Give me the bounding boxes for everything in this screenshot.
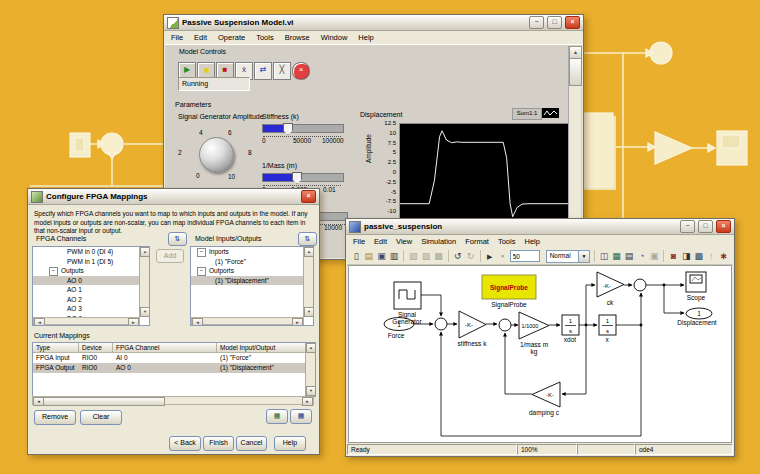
tree-item-outports[interactable]: −Outports	[191, 266, 313, 276]
close-button[interactable]: ×	[716, 220, 731, 233]
abort-icon[interactable]: ×	[292, 62, 310, 80]
new-icon[interactable]: ▯	[351, 250, 362, 263]
remove-button[interactable]: Remove	[34, 410, 76, 425]
tree-item[interactable]: PWM in 1 (DI 5)	[33, 257, 149, 267]
scroll-down-icon[interactable]: ▼	[140, 307, 150, 317]
menu-edit[interactable]: Edit	[374, 237, 387, 246]
external-mode-icon[interactable]: ▩	[693, 250, 704, 263]
labview-titlebar[interactable]: Passive Suspension Model.vi − □ ×	[164, 15, 583, 31]
tree-hscrollbar[interactable]: ◄ ►	[191, 317, 304, 325]
dialog-titlebar[interactable]: Configure FPGA Mappings ×	[28, 189, 319, 205]
tree-hscrollbar[interactable]: ◄ ►	[33, 317, 140, 325]
tree-item-selected[interactable]: AO 0	[33, 276, 149, 286]
tree-item[interactable]: AO 3	[33, 304, 149, 314]
finish-button[interactable]: Finish	[203, 436, 234, 451]
sum2-block[interactable]	[499, 319, 511, 331]
table-export-icon[interactable]: ▦	[266, 409, 288, 424]
model-sort-icon[interactable]: ⇅	[298, 232, 317, 246]
tree-item[interactable]: PWM in 0 (DI 4)	[33, 247, 149, 257]
scroll-up-icon[interactable]: ▲	[304, 247, 314, 257]
simulink-titlebar[interactable]: passive_suspension − □ ×	[346, 219, 734, 235]
simulation-time-input[interactable]	[510, 250, 540, 262]
menu-help[interactable]: Help	[524, 237, 539, 246]
mass-slider[interactable]	[262, 173, 344, 182]
redo-icon[interactable]: ↻	[465, 250, 476, 263]
table-edit-icon[interactable]: ▦	[290, 409, 312, 424]
tree-vscrollbar[interactable]: ▲ ▼	[303, 247, 313, 317]
chart-legend[interactable]: Sum1:1	[512, 108, 542, 120]
print-icon[interactable]: ▥	[389, 250, 400, 263]
sum1-block[interactable]	[435, 318, 447, 330]
tree-item[interactable]: (1) "Force"	[191, 257, 313, 267]
sum3-block[interactable]	[634, 279, 646, 291]
menu-tools[interactable]: Tools	[256, 33, 274, 42]
menu-edit[interactable]: Edit	[194, 33, 207, 42]
scroll-left-icon[interactable]: ◄	[192, 318, 203, 326]
hub-icon[interactable]: ∗	[719, 250, 730, 263]
tree-vscrollbar[interactable]: ▲ ▼	[139, 247, 149, 317]
signal-generator-block[interactable]	[394, 282, 421, 309]
copy-icon[interactable]: ▨	[421, 250, 432, 263]
menu-tools[interactable]: Tools	[498, 237, 516, 246]
simulation-mode-select[interactable]: Normal ▼	[546, 250, 590, 263]
fpga-channels-tree[interactable]: PWM in 0 (DI 4) PWM in 1 (DI 5) −Outputs…	[32, 246, 150, 326]
model-io-tree[interactable]: −Inports (1) "Force" −Outports (1) "Disp…	[190, 246, 314, 326]
tree-item[interactable]: AO 1	[33, 285, 149, 295]
connect-target-icon[interactable]: ◨	[681, 250, 692, 263]
menu-file[interactable]: File	[171, 33, 183, 42]
library-browser-icon[interactable]: ◫	[599, 250, 610, 263]
collapse-icon[interactable]: −	[49, 267, 58, 276]
scroll-down-icon[interactable]: ▼	[306, 386, 316, 396]
scroll-right-icon[interactable]: ►	[292, 318, 303, 326]
collapse-icon[interactable]: −	[197, 248, 206, 257]
scroll-up-icon[interactable]: ▲	[140, 247, 150, 257]
close-button[interactable]: ×	[301, 190, 316, 203]
stiffness-slider[interactable]	[262, 124, 344, 133]
undo-icon[interactable]: ↺	[453, 250, 464, 263]
menu-format[interactable]: Format	[465, 237, 489, 246]
table-vscrollbar[interactable]: ▲ ▼	[305, 343, 315, 396]
start-simulation-icon[interactable]: ▶	[485, 250, 496, 263]
open-icon[interactable]: ▤	[364, 250, 375, 263]
table-row-selected[interactable]: FPGA OutputRIO0AO 0(1) "Displacement"	[33, 363, 315, 373]
paste-icon[interactable]: ▩	[433, 250, 444, 263]
tree-item-selected[interactable]: (1) "Displacement"	[191, 276, 313, 286]
menu-browse[interactable]: Browse	[285, 33, 310, 42]
tools-icon[interactable]: ╳	[273, 62, 291, 80]
refresh-icon[interactable]: ◔	[636, 250, 647, 263]
minimize-button[interactable]: −	[680, 220, 695, 233]
menu-file[interactable]: File	[353, 237, 365, 246]
cancel-button[interactable]: Cancel	[236, 436, 267, 451]
scroll-down-icon[interactable]: ▼	[304, 307, 314, 317]
menu-help[interactable]: Help	[358, 33, 373, 42]
save-icon[interactable]: ▣	[376, 250, 387, 263]
scroll-left-icon[interactable]: ◄	[34, 318, 45, 326]
help-button[interactable]: Help	[274, 436, 306, 451]
cut-icon[interactable]: ▧	[408, 250, 419, 263]
menu-simulation[interactable]: Simulation	[421, 237, 456, 246]
legend-waveform-icon[interactable]	[542, 108, 559, 118]
current-mappings-table[interactable]: TypeDeviceFPGA ChannelModel Input/Output…	[32, 342, 316, 397]
model-explorer-icon[interactable]: ▦	[611, 250, 622, 263]
tree-item[interactable]: AO 2	[33, 295, 149, 305]
close-button[interactable]: ×	[565, 16, 580, 29]
debug-icon[interactable]: ▤	[624, 250, 635, 263]
clear-button[interactable]: Clear	[80, 410, 122, 425]
menu-view[interactable]: View	[396, 237, 412, 246]
tree-item-outputs[interactable]: −Outputs	[33, 266, 149, 276]
maximize-button[interactable]: □	[698, 220, 713, 233]
maximize-button[interactable]: □	[547, 16, 562, 29]
sync-icon[interactable]: ⇄	[254, 62, 272, 80]
dropdown-icon[interactable]: ▼	[578, 251, 589, 262]
fpga-sort-icon[interactable]: ⇅	[168, 232, 187, 246]
add-button[interactable]: Add	[156, 249, 184, 263]
build-icon[interactable]: ◙	[668, 250, 679, 263]
tree-item-inports[interactable]: −Inports	[191, 247, 313, 257]
model-canvas[interactable]: Signal Generator 1 Force -K- stiffness k…	[348, 265, 732, 443]
scroll-right-icon[interactable]: ►	[128, 318, 139, 326]
scroll-thumb[interactable]	[43, 397, 165, 406]
scroll-thumb[interactable]	[569, 58, 582, 86]
scroll-up-icon[interactable]: ▲	[306, 343, 316, 353]
menu-operate[interactable]: Operate	[218, 33, 245, 42]
table-row[interactable]: FPGA InputRIO0AI 0(1) "Force"	[33, 353, 315, 363]
